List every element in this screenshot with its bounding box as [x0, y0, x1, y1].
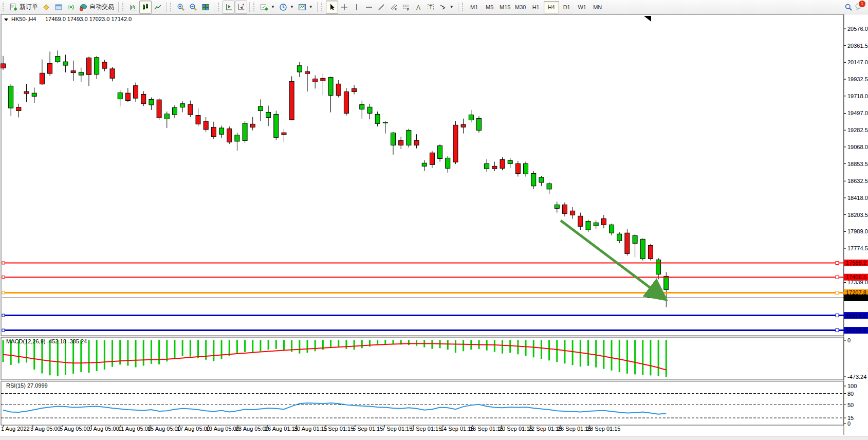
- candle: [648, 245, 653, 259]
- svg-text:50: 50: [847, 402, 854, 408]
- tab-timeframe-m5[interactable]: M5: [482, 1, 497, 13]
- time-axis[interactable]: 1 Aug 20223 Aug 05:005 Aug 05:009 Aug 05…: [1, 425, 620, 432]
- svg-text:14 Sep 01:15: 14 Sep 01:15: [440, 426, 474, 432]
- svg-text:80: 80: [847, 391, 854, 397]
- chat-button[interactable]: 1: [855, 2, 863, 12]
- candle: [204, 121, 208, 130]
- svg-text:17588.2: 17588.2: [846, 260, 866, 266]
- fibonacci-button[interactable]: F: [400, 1, 412, 14]
- toolbar-grip: [3, 3, 5, 11]
- vertical-line-button[interactable]: [350, 1, 363, 14]
- candle: [352, 88, 357, 91]
- candle: [16, 107, 21, 111]
- candle: [360, 104, 364, 109]
- toolbar-separator: [317, 2, 318, 12]
- text-button[interactable]: A: [412, 1, 424, 14]
- candle: [243, 123, 247, 141]
- periods-button[interactable]: ▼: [277, 1, 296, 14]
- candle: [149, 99, 154, 105]
- chart-canvas[interactable]: 20576.020361.520147.019932.519718.019497…: [0, 14, 868, 436]
- svg-text:E: E: [395, 8, 397, 11]
- candle: [282, 133, 286, 135]
- svg-text:-473.24: -473.24: [847, 374, 866, 380]
- new-order-button[interactable]: 新订单: [7, 1, 40, 14]
- cursor-button[interactable]: [326, 1, 338, 14]
- pane-divider[interactable]: [1, 336, 843, 337]
- bar-chart-button[interactable]: [127, 1, 139, 14]
- shift-end-button[interactable]: [223, 1, 235, 14]
- svg-text:17 Aug 05:00: 17 Aug 05:00: [177, 426, 210, 432]
- line-handle: [836, 329, 839, 332]
- zoom-out-button[interactable]: [187, 1, 199, 14]
- candle: [313, 79, 318, 82]
- trend-line-button[interactable]: [375, 1, 387, 14]
- candle: [547, 184, 551, 189]
- auto-trading-button[interactable]: 自动交易: [77, 1, 116, 14]
- candlestick-chart-button[interactable]: [139, 1, 152, 14]
- tab-timeframe-m30[interactable]: M30: [513, 1, 528, 13]
- tab-timeframe-mn[interactable]: MN: [590, 1, 605, 13]
- candle: [24, 91, 29, 94]
- line-handle: [836, 261, 839, 264]
- tab-timeframe-w1[interactable]: W1: [575, 1, 590, 13]
- tile-windows-button[interactable]: [199, 1, 212, 14]
- candle: [610, 225, 614, 233]
- templates-icon: [298, 3, 306, 11]
- candle: [180, 104, 185, 107]
- equidistant-channel-button[interactable]: E: [387, 1, 400, 14]
- tab-timeframe-m1[interactable]: M1: [467, 1, 482, 13]
- search-button[interactable]: [842, 1, 855, 14]
- zoom-in-button[interactable]: [175, 1, 187, 14]
- candle: [118, 93, 122, 99]
- toolbar-grip: [122, 3, 125, 11]
- horizontal-line-button[interactable]: [363, 1, 375, 14]
- dropdown-caret: ▼: [450, 5, 454, 9]
- text-label-button[interactable]: T: [424, 1, 437, 14]
- candle: [344, 91, 348, 113]
- notification-badge: 1: [858, 0, 866, 8]
- pane-divider[interactable]: [1, 380, 843, 381]
- pane-frame: [1, 14, 843, 336]
- templates-button[interactable]: ▼: [296, 1, 315, 14]
- line-chart-button[interactable]: [152, 1, 164, 14]
- candle: [367, 107, 372, 113]
- new-order-icon: [9, 3, 17, 11]
- crosshair-button[interactable]: [338, 1, 350, 14]
- tab-timeframe-m15[interactable]: M15: [497, 1, 513, 13]
- svg-text:F: F: [407, 7, 409, 11]
- shift-end-icon: [225, 3, 233, 11]
- symbol-label: HK50-,H4: [11, 16, 36, 22]
- signals-button[interactable]: [65, 1, 77, 14]
- line-handle: [2, 329, 5, 332]
- zoom-out-icon: [189, 3, 197, 11]
- arrows-button[interactable]: ▼: [437, 1, 456, 14]
- candle: [492, 166, 497, 169]
- candle: [633, 235, 637, 243]
- svg-text:22 Sep 01:15: 22 Sep 01:15: [528, 426, 562, 432]
- pane-frame: [1, 381, 843, 425]
- signals-icon: [67, 3, 75, 11]
- tab-timeframe-h1[interactable]: H1: [528, 1, 544, 13]
- svg-text:18632.5: 18632.5: [847, 178, 868, 184]
- market-depth-button[interactable]: [40, 1, 52, 14]
- indicators-button[interactable]: ▼: [258, 1, 277, 14]
- candle: [219, 128, 224, 134]
- svg-text:1 Aug 2022: 1 Aug 2022: [1, 426, 30, 432]
- candle: [102, 62, 107, 68]
- auto-shift-button[interactable]: [235, 1, 247, 14]
- zoom-in-icon: [177, 3, 185, 11]
- tab-timeframe-h4[interactable]: H4: [544, 1, 559, 13]
- svg-text:19497.0: 19497.0: [847, 110, 868, 116]
- svg-text:16728.3: 16728.3: [846, 327, 866, 334]
- candle: [515, 163, 520, 173]
- candle: [250, 124, 255, 127]
- auto-shift-icon: [237, 3, 245, 11]
- tab-timeframe-d1[interactable]: D1: [559, 1, 575, 13]
- candle: [211, 127, 216, 136]
- chart-window-button[interactable]: [52, 1, 65, 14]
- fibonacci-icon: F: [402, 3, 410, 11]
- toolbar-separator: [249, 2, 250, 12]
- auto-trading-icon: [79, 3, 87, 11]
- candle: [594, 223, 598, 226]
- chart-window-icon: [54, 3, 63, 11]
